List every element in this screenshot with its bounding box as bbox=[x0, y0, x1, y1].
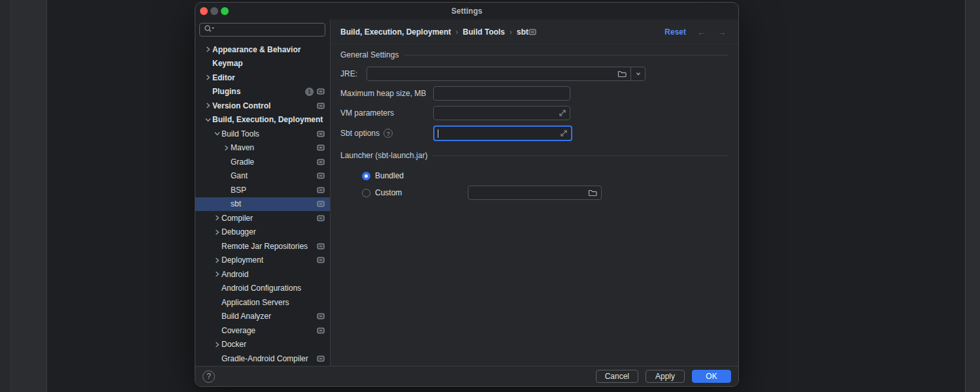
chevron-collapsed-icon[interactable] bbox=[203, 46, 212, 54]
custom-label: Custom bbox=[375, 188, 402, 197]
heap-size-field[interactable] bbox=[433, 86, 570, 101]
breadcrumb-item-build-execution-deployment[interactable]: Build, Execution, Deployment bbox=[340, 27, 451, 37]
sidebar-item-label: Remote Jar Repositories bbox=[221, 242, 308, 251]
sidebar-item-compiler[interactable]: Compiler bbox=[195, 211, 330, 225]
sidebar-item-build-tools[interactable]: Build Tools bbox=[195, 127, 330, 141]
sidebar-item-android-configurations[interactable]: Android Configurations bbox=[195, 282, 330, 296]
sidebar-item-build-analyzer[interactable]: Build Analyzer bbox=[195, 310, 330, 324]
sidebar-item-gant[interactable]: Gant bbox=[195, 169, 330, 184]
jre-label: JRE: bbox=[340, 69, 367, 78]
monitor-icon bbox=[317, 159, 325, 165]
chevron-collapsed-icon[interactable] bbox=[203, 74, 212, 82]
expand-field-icon[interactable] bbox=[560, 129, 568, 137]
expand-field-icon[interactable] bbox=[559, 109, 566, 117]
custom-launcher-path-input[interactable] bbox=[468, 186, 588, 199]
reset-link[interactable]: Reset bbox=[664, 27, 686, 37]
chevron-collapsed-icon[interactable] bbox=[203, 102, 212, 110]
sidebar-item-editor[interactable]: Editor bbox=[195, 71, 330, 85]
sidebar-item-bsp[interactable]: BSP bbox=[195, 183, 330, 197]
chevron-collapsed-icon[interactable] bbox=[212, 256, 221, 264]
monitor-icon bbox=[317, 355, 325, 362]
forward-arrow-button[interactable]: → bbox=[717, 27, 727, 37]
search-icon bbox=[204, 24, 215, 35]
chevron-placeholder bbox=[221, 172, 231, 180]
sidebar-item-coverage[interactable]: Coverage bbox=[195, 323, 330, 338]
sbt-options-input[interactable] bbox=[438, 127, 571, 140]
monitor-icon bbox=[317, 103, 325, 109]
chevron-collapsed-icon[interactable] bbox=[212, 340, 221, 348]
settings-dialog: Settings Appearance & BehaviorKeymapEdit… bbox=[195, 2, 739, 387]
search-input[interactable] bbox=[218, 25, 321, 35]
sidebar-item-remote-jar-repositories[interactable]: Remote Jar Repositories bbox=[195, 239, 330, 253]
minimize-window-button[interactable] bbox=[210, 7, 218, 15]
sidebar-item-label: Editor bbox=[212, 73, 235, 82]
chevron-collapsed-icon[interactable] bbox=[212, 214, 221, 222]
plugins-count-badge: 1 bbox=[305, 88, 314, 96]
custom-radio[interactable] bbox=[362, 189, 370, 197]
sidebar-item-build-execution-deployment[interactable]: Build, Execution, Deployment bbox=[195, 113, 330, 127]
sidebar-item-docker[interactable]: Docker bbox=[195, 338, 330, 352]
sidebar-item-version-control[interactable]: Version Control bbox=[195, 99, 330, 113]
ok-button[interactable]: OK bbox=[692, 370, 731, 383]
chevron-collapsed-icon[interactable] bbox=[212, 228, 221, 236]
sidebar-item-sbt[interactable]: sbt bbox=[195, 197, 330, 212]
sidebar-item-label: Build, Execution, Deployment bbox=[212, 115, 323, 124]
close-window-button[interactable] bbox=[200, 7, 208, 15]
sidebar-item-application-servers[interactable]: Application Servers bbox=[195, 295, 330, 310]
sidebar-item-label: Deployment bbox=[221, 255, 263, 265]
chevron-collapsed-icon[interactable] bbox=[212, 270, 221, 278]
ide-left-toolwindow-strip bbox=[0, 0, 47, 392]
custom-radio-row[interactable]: Custom bbox=[340, 184, 728, 201]
dialog-titlebar: Settings bbox=[195, 3, 738, 20]
chevron-placeholder bbox=[203, 59, 212, 67]
sbt-options-field-focused[interactable] bbox=[433, 125, 572, 141]
sidebar-item-label: Application Servers bbox=[221, 298, 289, 307]
back-arrow-button[interactable]: ← bbox=[697, 27, 706, 37]
breadcrumb-item-build-tools[interactable]: Build Tools bbox=[463, 27, 504, 37]
sidebar-item-android[interactable]: Android bbox=[195, 267, 330, 282]
monitor-icon bbox=[317, 144, 325, 151]
sidebar-item-appearance-behavior[interactable]: Appearance & Behavior bbox=[195, 42, 330, 57]
sidebar-item-deployment[interactable]: Deployment bbox=[195, 253, 330, 268]
chevron-expanded-icon[interactable] bbox=[212, 130, 221, 138]
folder-icon[interactable] bbox=[617, 70, 627, 78]
help-icon[interactable]: ? bbox=[384, 129, 393, 138]
sidebar-item-gradle[interactable]: Gradle bbox=[195, 155, 330, 169]
breadcrumb-item-sbt[interactable]: sbt bbox=[517, 27, 529, 37]
jre-input[interactable] bbox=[367, 67, 617, 80]
chevron-placeholder bbox=[203, 88, 212, 95]
bundled-radio-row[interactable]: Bundled bbox=[340, 167, 728, 184]
apply-button[interactable]: Apply bbox=[645, 370, 685, 383]
sidebar-item-label: Docker bbox=[221, 340, 246, 349]
vm-parameters-row: VM parameters bbox=[340, 106, 728, 120]
chevron-collapsed-icon[interactable] bbox=[221, 144, 231, 152]
sidebar-item-keymap[interactable]: Keymap bbox=[195, 57, 330, 71]
cancel-button[interactable]: Cancel bbox=[596, 370, 638, 383]
help-button[interactable]: ? bbox=[203, 370, 215, 383]
jre-combobox[interactable] bbox=[367, 67, 645, 81]
vm-parameters-input[interactable] bbox=[434, 106, 570, 120]
sidebar-item-debugger[interactable]: Debugger bbox=[195, 225, 330, 240]
sidebar-item-maven[interactable]: Maven bbox=[195, 141, 330, 155]
monitor-icon bbox=[317, 187, 325, 193]
chevron-down-icon[interactable] bbox=[630, 67, 645, 80]
sidebar-item-plugins[interactable]: Plugins1 bbox=[195, 85, 330, 99]
sbt-options-row: Sbt options ? bbox=[340, 125, 728, 141]
vm-parameters-label: VM parameters bbox=[340, 108, 433, 118]
monitor-icon bbox=[317, 131, 325, 137]
chevron-placeholder bbox=[221, 158, 231, 166]
custom-launcher-path-field[interactable] bbox=[468, 186, 602, 200]
folder-icon[interactable] bbox=[588, 189, 597, 197]
zoom-window-button[interactable] bbox=[221, 7, 229, 15]
chevron-placeholder bbox=[212, 312, 221, 320]
sidebar-item-label: Gradle-Android Compiler bbox=[221, 354, 308, 363]
vm-parameters-field[interactable] bbox=[433, 106, 570, 120]
bundled-radio[interactable] bbox=[362, 172, 370, 180]
sidebar-item-label: sbt bbox=[231, 199, 241, 208]
chevron-expanded-icon[interactable] bbox=[203, 116, 212, 123]
sidebar-item-gradle-android-compiler[interactable]: Gradle-Android Compiler bbox=[195, 351, 330, 366]
breadcrumb: Build, Execution, Deployment›Build Tools… bbox=[340, 27, 529, 37]
sidebar-item-label: Coverage bbox=[221, 326, 255, 335]
heap-size-input[interactable] bbox=[434, 87, 570, 100]
settings-search-field[interactable] bbox=[199, 23, 325, 37]
